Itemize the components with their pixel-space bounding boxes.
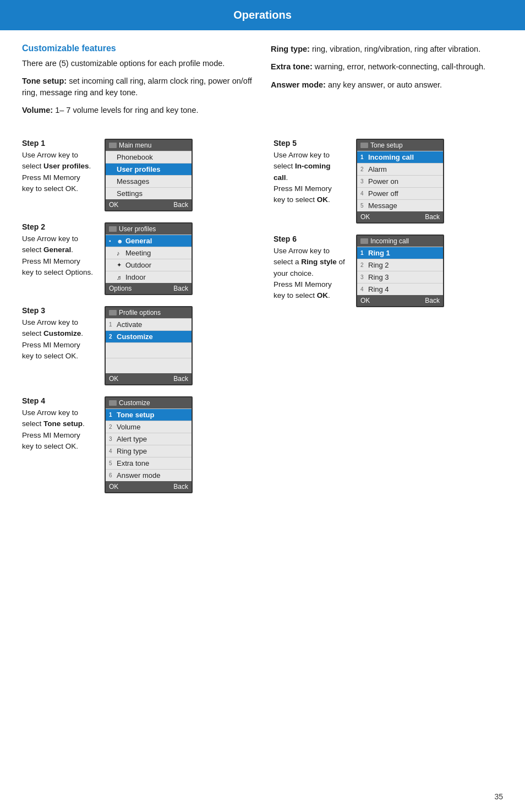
step4-phone: Customize 1 Tone setup 2 Volume 3 Aler bbox=[105, 396, 193, 493]
step2-phone: User profiles ▪ ☻ General ♪ Meeting bbox=[105, 222, 193, 295]
step2-back: Back bbox=[173, 285, 188, 292]
step1-heading: Step 1 bbox=[22, 139, 94, 148]
step2-icon-indoor: ♬ bbox=[117, 274, 124, 281]
step6-ok-bold: OK bbox=[317, 291, 328, 299]
step6-row: Step 6 Use Arrow key to select a Ring st… bbox=[274, 235, 503, 307]
step2-bold: General bbox=[43, 246, 71, 254]
step3-label-customize: Customize bbox=[117, 333, 153, 341]
step4-ok: OK bbox=[109, 483, 118, 491]
step1-item-messages: Messages bbox=[106, 175, 192, 187]
step4-label-ringtype: Ring type bbox=[117, 447, 147, 455]
step4-num5: 5 bbox=[109, 460, 117, 466]
step3-phone-footer: OK Back bbox=[106, 373, 192, 384]
step5-phone: Tone setup 1 Incoming call 2 Alarm 3 P bbox=[356, 139, 444, 224]
feature-volume: Volume: 1– 7 volume levels for ring and … bbox=[22, 105, 254, 116]
step5-num5: 5 bbox=[360, 203, 368, 209]
step4-back: Back bbox=[173, 483, 188, 491]
step4-phone-title: Customize bbox=[119, 399, 150, 407]
phone-signal-icon4 bbox=[109, 400, 117, 406]
answer-mode-term: Answer mode: bbox=[271, 80, 326, 89]
step2-label-outdoor: Outdoor bbox=[125, 261, 151, 269]
step2-phone-title: User profiles bbox=[119, 225, 156, 233]
step3-phone-header: Profile options bbox=[106, 307, 192, 318]
step5-phone-header: Tone setup bbox=[357, 140, 443, 151]
step6-phone: Incoming call 1 Ring 1 2 Ring 2 3 Ring bbox=[356, 235, 444, 307]
step6-bold: Ring style bbox=[301, 258, 337, 266]
step3-phone-title: Profile options bbox=[119, 309, 161, 317]
step4-label-answermode: Answer mode bbox=[117, 471, 160, 479]
step2-item-indoor: ♬ Indoor bbox=[106, 271, 192, 283]
step6-item-ring2: 2 Ring 2 bbox=[357, 259, 443, 271]
step5-label-alarm: Alarm bbox=[368, 165, 387, 173]
step2-body: Use Arrow key to select General. Press M… bbox=[22, 233, 94, 278]
step2-ok: Options bbox=[109, 285, 132, 292]
step4-num1: 1 bbox=[109, 412, 117, 418]
step5-text: Step 5 Use Arrow key to select In-coming… bbox=[274, 139, 345, 205]
step3-body: Use Arrow key to select Customize. Press… bbox=[22, 317, 94, 362]
step3-bold: Customize bbox=[43, 329, 81, 337]
step3-back: Back bbox=[173, 375, 188, 383]
step1-item-userprofiles: User profiles bbox=[106, 163, 192, 175]
step4-phone-box: Customize 1 Tone setup 2 Volume 3 Aler bbox=[105, 396, 193, 493]
step6-label-ring1: Ring 1 bbox=[368, 249, 390, 257]
step5-num1: 1 bbox=[360, 154, 368, 160]
step6-phone-title: Incoming call bbox=[370, 237, 409, 245]
step3-empty1 bbox=[106, 342, 192, 358]
step1-item-settings: Settings bbox=[106, 187, 192, 199]
step4-num3: 3 bbox=[109, 436, 117, 442]
step5-heading: Step 5 bbox=[274, 139, 345, 148]
step2-item-general: ▪ ☻ General bbox=[106, 235, 192, 247]
step5-phone-title: Tone setup bbox=[370, 141, 403, 149]
step4-row: Step 4 Use Arrow key to select Tone setu… bbox=[22, 396, 251, 493]
step4-item-answermode: 6 Answer mode bbox=[106, 469, 192, 481]
feature-extra-tone: Extra tone: warning, error, network-conn… bbox=[271, 61, 503, 72]
step1-body: Use Arrow key to select User profiles. P… bbox=[22, 150, 94, 194]
step6-body: Use Arrow key to select a Ring style of … bbox=[274, 246, 345, 301]
step2-icon-outdoor: ✦ bbox=[117, 261, 124, 269]
step5-item-poweron: 3 Power on bbox=[357, 175, 443, 187]
header-title: Operations bbox=[233, 9, 292, 21]
step5-phone-footer: OK Back bbox=[357, 211, 443, 222]
step5-bold: In-coming call bbox=[274, 162, 331, 181]
step2-label-general: General bbox=[125, 237, 152, 245]
step4-item-volume: 2 Volume bbox=[106, 421, 192, 433]
step5-label-poweroff: Power off bbox=[368, 189, 398, 198]
step3-item-activate: 1 Activate bbox=[106, 318, 192, 330]
step3-row: Step 3 Use Arrow key to select Customize… bbox=[22, 306, 251, 385]
page-header: Operations bbox=[0, 0, 525, 30]
step4-label-volume: Volume bbox=[117, 423, 140, 431]
step6-phone-footer: OK Back bbox=[357, 295, 443, 306]
step6-item-ring4: 4 Ring 4 bbox=[357, 283, 443, 295]
step1-phone-box: Main menu Phonebook User profiles Messag… bbox=[105, 139, 193, 211]
step2-icon-meeting: ♪ bbox=[117, 250, 124, 257]
step1-phone-footer: OK Back bbox=[106, 199, 192, 210]
step1-phone-header: Main menu bbox=[106, 140, 192, 151]
step1-phone: Main menu Phonebook User profiles Messag… bbox=[105, 139, 193, 211]
step6-num1: 1 bbox=[360, 250, 368, 256]
step2-label-indoor: Indoor bbox=[125, 273, 146, 281]
step3-item-customize: 2 Customize bbox=[106, 330, 192, 342]
phone-signal-icon bbox=[109, 143, 117, 148]
step1-row: Step 1 Use Arrow key to select User prof… bbox=[22, 139, 251, 211]
step3-text: Step 3 Use Arrow key to select Customize… bbox=[22, 306, 94, 362]
features-intro: There are (5) customizable options for e… bbox=[22, 58, 254, 69]
step2-row: Step 2 Use Arrow key to select General. … bbox=[22, 222, 251, 295]
step1-ok: OK bbox=[109, 201, 118, 209]
phone-signal-icon2 bbox=[109, 226, 117, 232]
step2-num1: ▪ bbox=[109, 238, 117, 244]
step1-text: Step 1 Use Arrow key to select User prof… bbox=[22, 139, 94, 194]
step4-phone-header: Customize bbox=[106, 397, 192, 408]
step5-item-alarm: 2 Alarm bbox=[357, 163, 443, 175]
step3-num1: 1 bbox=[109, 321, 117, 328]
step5-item-incomingcall: 1 Incoming call bbox=[357, 151, 443, 163]
step4-label-tonesetup: Tone setup bbox=[117, 411, 154, 419]
step5-num2: 2 bbox=[360, 166, 368, 172]
step6-phone-box: Incoming call 1 Ring 1 2 Ring 2 3 Ring bbox=[356, 235, 444, 307]
step4-phone-footer: OK Back bbox=[106, 481, 192, 492]
step2-heading: Step 2 bbox=[22, 222, 94, 231]
step2-phone-header: User profiles bbox=[106, 224, 192, 235]
phone-signal-icon6 bbox=[360, 238, 368, 244]
steps-col-left: Step 1 Use Arrow key to select User prof… bbox=[22, 139, 251, 504]
step6-ok: OK bbox=[360, 297, 370, 304]
step1-phone-title: Main menu bbox=[119, 141, 151, 149]
